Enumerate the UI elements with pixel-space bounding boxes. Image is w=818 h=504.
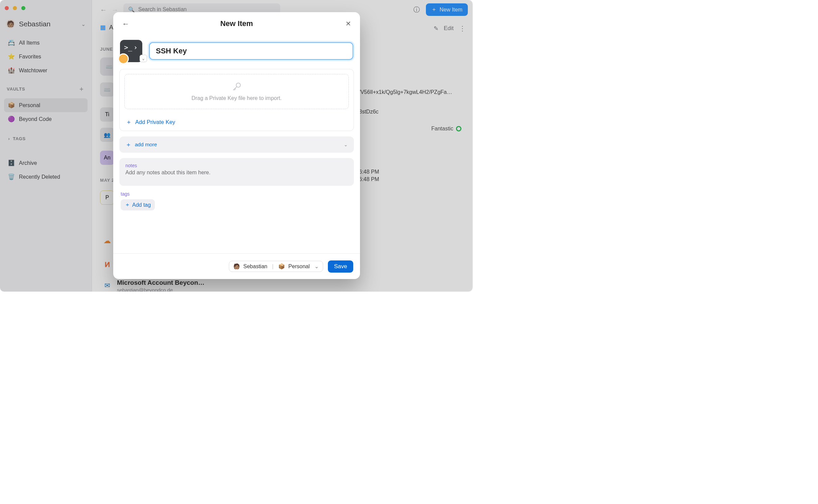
back-icon[interactable]: ← [122, 20, 129, 28]
item-title-input[interactable] [149, 42, 353, 60]
avatar: 🧑🏽 [233, 263, 240, 270]
add-more-label: add more [135, 142, 157, 148]
chevron-down-icon: ⌄ [344, 142, 348, 147]
modal-footer: 🧑🏽 Sebastian | 📦 Personal ⌄ Save [113, 253, 360, 279]
key-badge-icon [118, 53, 129, 64]
terminal-icon: >_ [124, 43, 132, 51]
private-key-dropzone[interactable]: Drag a Private Key file here to import. [124, 74, 349, 109]
vault-picker-account: Sebastian [243, 263, 267, 270]
add-private-key-button[interactable]: ＋ Add Private Key [120, 114, 354, 131]
tags-section: tags ＋ Add tag [119, 191, 354, 210]
close-icon[interactable]: ✕ [345, 20, 351, 28]
plus-icon: ＋ [126, 118, 132, 126]
vault-icon: 📦 [278, 263, 285, 270]
plus-icon: ＋ [125, 141, 131, 149]
notes-label: notes [125, 163, 348, 168]
plus-icon: ＋ [125, 201, 130, 208]
add-tag-label: Add tag [132, 202, 151, 208]
modal-body: >_ ⌄ Drag a Private Key file here to imp… [113, 35, 360, 253]
vault-picker[interactable]: 🧑🏽 Sebastian | 📦 Personal ⌄ [229, 261, 323, 272]
add-tag-button[interactable]: ＋ Add tag [121, 199, 155, 210]
tags-label: tags [121, 191, 353, 197]
vault-picker-vault: Personal [288, 263, 310, 270]
modal-title: New Item [220, 19, 253, 28]
private-key-card: Drag a Private Key file here to import. … [119, 69, 354, 131]
modal-header: ← New Item ✕ [113, 12, 360, 35]
key-icon [232, 82, 242, 92]
save-button[interactable]: Save [328, 260, 353, 273]
chevron-down-icon[interactable]: ⌄ [140, 55, 147, 62]
new-item-modal: ← New Item ✕ >_ ⌄ Drag a Private Key fil… [113, 12, 360, 279]
item-type-icon[interactable]: >_ ⌄ [120, 40, 142, 62]
chevron-down-icon: ⌄ [314, 263, 319, 270]
add-private-key-label: Add Private Key [135, 119, 175, 125]
notes-placeholder: Add any notes about this item here. [125, 170, 348, 182]
notes-section[interactable]: notes Add any notes about this item here… [119, 158, 354, 186]
dropzone-text: Drag a Private Key file here to import. [192, 95, 282, 101]
add-more-section[interactable]: ＋ add more ⌄ [119, 136, 354, 153]
save-label: Save [334, 263, 347, 270]
